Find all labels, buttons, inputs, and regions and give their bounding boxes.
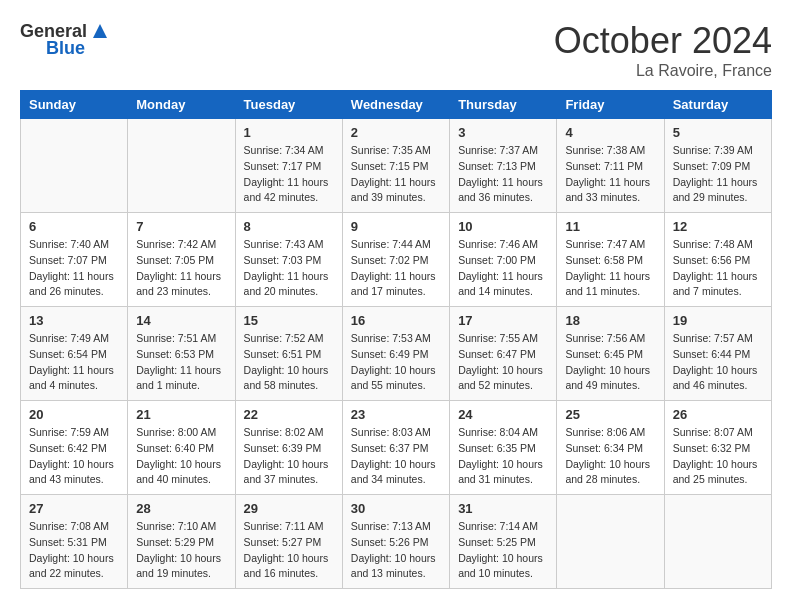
day-number: 10: [458, 219, 548, 234]
day-info: Sunrise: 8:03 AM Sunset: 6:37 PM Dayligh…: [351, 425, 441, 488]
calendar-cell: [664, 495, 771, 589]
day-number: 27: [29, 501, 119, 516]
calendar-cell: 21Sunrise: 8:00 AM Sunset: 6:40 PM Dayli…: [128, 401, 235, 495]
calendar-cell: [557, 495, 664, 589]
day-number: 20: [29, 407, 119, 422]
day-info: Sunrise: 7:57 AM Sunset: 6:44 PM Dayligh…: [673, 331, 763, 394]
calendar-cell: 1Sunrise: 7:34 AM Sunset: 7:17 PM Daylig…: [235, 119, 342, 213]
day-info: Sunrise: 7:11 AM Sunset: 5:27 PM Dayligh…: [244, 519, 334, 582]
title-area: October 2024 La Ravoire, France: [554, 20, 772, 80]
calendar-cell: 17Sunrise: 7:55 AM Sunset: 6:47 PM Dayli…: [450, 307, 557, 401]
calendar-cell: [21, 119, 128, 213]
day-number: 13: [29, 313, 119, 328]
day-info: Sunrise: 7:43 AM Sunset: 7:03 PM Dayligh…: [244, 237, 334, 300]
day-header-sunday: Sunday: [21, 91, 128, 119]
day-number: 4: [565, 125, 655, 140]
calendar-cell: [128, 119, 235, 213]
svg-marker-0: [93, 24, 107, 38]
day-number: 7: [136, 219, 226, 234]
day-number: 12: [673, 219, 763, 234]
calendar-cell: 29Sunrise: 7:11 AM Sunset: 5:27 PM Dayli…: [235, 495, 342, 589]
calendar-cell: 6Sunrise: 7:40 AM Sunset: 7:07 PM Daylig…: [21, 213, 128, 307]
calendar-cell: 24Sunrise: 8:04 AM Sunset: 6:35 PM Dayli…: [450, 401, 557, 495]
day-info: Sunrise: 7:51 AM Sunset: 6:53 PM Dayligh…: [136, 331, 226, 394]
day-info: Sunrise: 8:07 AM Sunset: 6:32 PM Dayligh…: [673, 425, 763, 488]
calendar-cell: 20Sunrise: 7:59 AM Sunset: 6:42 PM Dayli…: [21, 401, 128, 495]
day-info: Sunrise: 7:59 AM Sunset: 6:42 PM Dayligh…: [29, 425, 119, 488]
calendar-cell: 4Sunrise: 7:38 AM Sunset: 7:11 PM Daylig…: [557, 119, 664, 213]
day-number: 26: [673, 407, 763, 422]
day-number: 19: [673, 313, 763, 328]
day-info: Sunrise: 7:44 AM Sunset: 7:02 PM Dayligh…: [351, 237, 441, 300]
day-number: 15: [244, 313, 334, 328]
day-header-saturday: Saturday: [664, 91, 771, 119]
week-row-3: 13Sunrise: 7:49 AM Sunset: 6:54 PM Dayli…: [21, 307, 772, 401]
day-header-tuesday: Tuesday: [235, 91, 342, 119]
page-header: General Blue October 2024 La Ravoire, Fr…: [20, 20, 772, 80]
day-header-friday: Friday: [557, 91, 664, 119]
day-number: 9: [351, 219, 441, 234]
day-info: Sunrise: 7:35 AM Sunset: 7:15 PM Dayligh…: [351, 143, 441, 206]
day-number: 28: [136, 501, 226, 516]
day-info: Sunrise: 7:49 AM Sunset: 6:54 PM Dayligh…: [29, 331, 119, 394]
day-number: 3: [458, 125, 548, 140]
calendar-cell: 2Sunrise: 7:35 AM Sunset: 7:15 PM Daylig…: [342, 119, 449, 213]
day-number: 18: [565, 313, 655, 328]
day-number: 6: [29, 219, 119, 234]
calendar-cell: 16Sunrise: 7:53 AM Sunset: 6:49 PM Dayli…: [342, 307, 449, 401]
calendar-cell: 5Sunrise: 7:39 AM Sunset: 7:09 PM Daylig…: [664, 119, 771, 213]
calendar-cell: 30Sunrise: 7:13 AM Sunset: 5:26 PM Dayli…: [342, 495, 449, 589]
calendar-cell: 26Sunrise: 8:07 AM Sunset: 6:32 PM Dayli…: [664, 401, 771, 495]
day-number: 22: [244, 407, 334, 422]
day-info: Sunrise: 7:14 AM Sunset: 5:25 PM Dayligh…: [458, 519, 548, 582]
calendar-cell: 14Sunrise: 7:51 AM Sunset: 6:53 PM Dayli…: [128, 307, 235, 401]
day-info: Sunrise: 7:10 AM Sunset: 5:29 PM Dayligh…: [136, 519, 226, 582]
logo-blue-text: Blue: [46, 38, 85, 59]
calendar-cell: 25Sunrise: 8:06 AM Sunset: 6:34 PM Dayli…: [557, 401, 664, 495]
day-info: Sunrise: 7:46 AM Sunset: 7:00 PM Dayligh…: [458, 237, 548, 300]
day-info: Sunrise: 7:52 AM Sunset: 6:51 PM Dayligh…: [244, 331, 334, 394]
calendar-cell: 9Sunrise: 7:44 AM Sunset: 7:02 PM Daylig…: [342, 213, 449, 307]
day-info: Sunrise: 8:00 AM Sunset: 6:40 PM Dayligh…: [136, 425, 226, 488]
location-subtitle: La Ravoire, France: [554, 62, 772, 80]
day-info: Sunrise: 7:34 AM Sunset: 7:17 PM Dayligh…: [244, 143, 334, 206]
logo-icon: [89, 20, 111, 42]
day-number: 29: [244, 501, 334, 516]
calendar-body: 1Sunrise: 7:34 AM Sunset: 7:17 PM Daylig…: [21, 119, 772, 589]
day-number: 11: [565, 219, 655, 234]
day-header-thursday: Thursday: [450, 91, 557, 119]
calendar-cell: 31Sunrise: 7:14 AM Sunset: 5:25 PM Dayli…: [450, 495, 557, 589]
day-info: Sunrise: 7:53 AM Sunset: 6:49 PM Dayligh…: [351, 331, 441, 394]
day-number: 21: [136, 407, 226, 422]
day-info: Sunrise: 7:37 AM Sunset: 7:13 PM Dayligh…: [458, 143, 548, 206]
day-info: Sunrise: 7:13 AM Sunset: 5:26 PM Dayligh…: [351, 519, 441, 582]
day-info: Sunrise: 7:47 AM Sunset: 6:58 PM Dayligh…: [565, 237, 655, 300]
day-info: Sunrise: 7:08 AM Sunset: 5:31 PM Dayligh…: [29, 519, 119, 582]
week-row-2: 6Sunrise: 7:40 AM Sunset: 7:07 PM Daylig…: [21, 213, 772, 307]
calendar-cell: 11Sunrise: 7:47 AM Sunset: 6:58 PM Dayli…: [557, 213, 664, 307]
calendar-cell: 23Sunrise: 8:03 AM Sunset: 6:37 PM Dayli…: [342, 401, 449, 495]
day-number: 14: [136, 313, 226, 328]
calendar-header-row: SundayMondayTuesdayWednesdayThursdayFrid…: [21, 91, 772, 119]
day-number: 30: [351, 501, 441, 516]
calendar-cell: 12Sunrise: 7:48 AM Sunset: 6:56 PM Dayli…: [664, 213, 771, 307]
day-number: 16: [351, 313, 441, 328]
week-row-4: 20Sunrise: 7:59 AM Sunset: 6:42 PM Dayli…: [21, 401, 772, 495]
calendar-cell: 28Sunrise: 7:10 AM Sunset: 5:29 PM Dayli…: [128, 495, 235, 589]
calendar-cell: 8Sunrise: 7:43 AM Sunset: 7:03 PM Daylig…: [235, 213, 342, 307]
day-number: 8: [244, 219, 334, 234]
day-header-wednesday: Wednesday: [342, 91, 449, 119]
calendar-cell: 15Sunrise: 7:52 AM Sunset: 6:51 PM Dayli…: [235, 307, 342, 401]
calendar-cell: 22Sunrise: 8:02 AM Sunset: 6:39 PM Dayli…: [235, 401, 342, 495]
week-row-5: 27Sunrise: 7:08 AM Sunset: 5:31 PM Dayli…: [21, 495, 772, 589]
calendar-cell: 7Sunrise: 7:42 AM Sunset: 7:05 PM Daylig…: [128, 213, 235, 307]
day-info: Sunrise: 8:04 AM Sunset: 6:35 PM Dayligh…: [458, 425, 548, 488]
day-number: 2: [351, 125, 441, 140]
day-number: 1: [244, 125, 334, 140]
day-number: 23: [351, 407, 441, 422]
calendar-cell: 27Sunrise: 7:08 AM Sunset: 5:31 PM Dayli…: [21, 495, 128, 589]
calendar-cell: 10Sunrise: 7:46 AM Sunset: 7:00 PM Dayli…: [450, 213, 557, 307]
day-info: Sunrise: 8:06 AM Sunset: 6:34 PM Dayligh…: [565, 425, 655, 488]
logo: General Blue: [20, 20, 111, 59]
month-title: October 2024: [554, 20, 772, 62]
